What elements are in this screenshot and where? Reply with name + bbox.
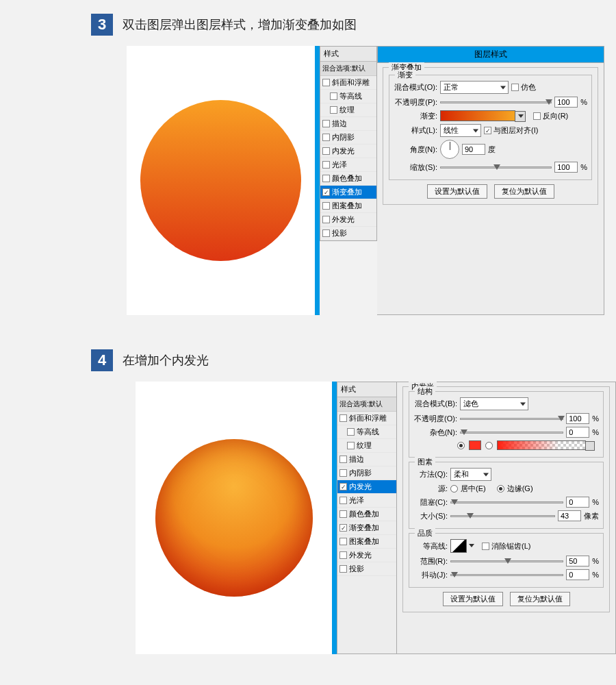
checkbox-icon[interactable] xyxy=(339,469,347,477)
style-item-contour[interactable]: 等高线 xyxy=(320,90,376,103)
checkbox-icon[interactable] xyxy=(322,79,330,86)
method-select[interactable]: 柔和 xyxy=(450,468,491,481)
blend-mode-row: 混合模式(B): 滤色 xyxy=(413,397,599,410)
checkbox-icon[interactable] xyxy=(339,497,347,504)
style-item-pattern-overlay[interactable]: 图案叠加 xyxy=(320,199,376,213)
preview-canvas-3 xyxy=(127,46,315,315)
checkbox-icon[interactable] xyxy=(339,565,347,573)
choke-input[interactable]: 0 xyxy=(566,497,589,508)
gradient-preview[interactable] xyxy=(497,440,586,450)
checkbox-icon xyxy=(511,84,519,91)
gradient-radio[interactable] xyxy=(485,442,493,449)
checkbox-icon[interactable] xyxy=(339,524,347,532)
scale-slider[interactable] xyxy=(440,166,552,169)
set-default-button[interactable]: 设置为默认值 xyxy=(427,184,487,199)
step-4-number: 4 xyxy=(91,349,113,371)
checkbox-icon[interactable] xyxy=(322,120,330,127)
style-item-satin[interactable]: 光泽 xyxy=(320,158,376,172)
opacity-slider[interactable] xyxy=(460,418,563,420)
styles-list: 样式 混合选项:默认 斜面和浮雕 等高线 纹理 描边 内阴影 内发光 光泽 颜色… xyxy=(320,46,377,241)
jitter-slider[interactable] xyxy=(450,574,563,576)
checkbox-icon[interactable] xyxy=(322,161,330,169)
range-input[interactable]: 50 xyxy=(566,556,589,566)
checkbox-icon[interactable] xyxy=(330,92,337,100)
checkbox-icon[interactable] xyxy=(339,483,347,490)
style-select[interactable]: 线性 xyxy=(440,124,481,137)
noise-slider[interactable] xyxy=(460,432,563,434)
align-checkbox[interactable]: 与图层对齐(I) xyxy=(484,125,538,136)
style-item-drop-shadow[interactable]: 投影 xyxy=(337,562,396,576)
color-swatch[interactable] xyxy=(469,440,481,450)
style-item-texture[interactable]: 纹理 xyxy=(337,439,396,453)
style-item-outer-glow[interactable]: 外发光 xyxy=(337,549,396,562)
gradient-circle xyxy=(140,100,301,261)
size-slider[interactable] xyxy=(450,515,555,517)
checkbox-icon[interactable] xyxy=(322,134,330,141)
style-item-texture[interactable]: 纹理 xyxy=(320,103,376,117)
angle-input[interactable]: 90 xyxy=(462,144,485,155)
style-item-stroke[interactable]: 描边 xyxy=(337,453,396,466)
blend-mode-select[interactable]: 滤色 xyxy=(460,397,528,410)
style-item-pattern-overlay[interactable]: 图案叠加 xyxy=(337,535,396,549)
contour-row: 等高线: 消除锯齿(L) xyxy=(413,539,599,553)
reverse-checkbox[interactable]: 反向(R) xyxy=(533,111,568,121)
angle-label: 角度(N): xyxy=(394,145,437,155)
checkbox-icon[interactable] xyxy=(322,216,330,223)
opacity-input[interactable]: 100 xyxy=(566,413,589,424)
style-item-color-overlay[interactable]: 颜色叠加 xyxy=(337,508,396,521)
scale-input[interactable]: 100 xyxy=(554,162,578,173)
checkbox-icon[interactable] xyxy=(339,551,347,559)
opacity-row: 不透明度(O): 100 % xyxy=(413,413,599,424)
style-item-outer-glow[interactable]: 外发光 xyxy=(320,213,376,227)
checkbox-icon[interactable] xyxy=(322,147,330,155)
opacity-input[interactable]: 100 xyxy=(554,97,578,108)
source-center-radio[interactable] xyxy=(450,485,458,493)
style-item-satin[interactable]: 光泽 xyxy=(337,494,396,508)
style-item-gradient-overlay[interactable]: 渐变叠加 xyxy=(320,186,376,199)
angle-dial[interactable] xyxy=(440,140,459,159)
opacity-slider[interactable] xyxy=(440,101,552,103)
size-input[interactable]: 43 xyxy=(558,510,581,521)
blend-options-row[interactable]: 混合选项:默认 xyxy=(337,397,396,412)
contour-swatch[interactable] xyxy=(450,539,467,553)
color-radio[interactable] xyxy=(457,442,465,449)
choke-slider[interactable] xyxy=(450,501,563,503)
set-default-button[interactable]: 设置为默认值 xyxy=(443,592,503,606)
range-slider[interactable] xyxy=(450,560,563,562)
style-item-inner-glow[interactable]: 内发光 xyxy=(337,480,396,494)
checkbox-icon[interactable] xyxy=(347,442,355,449)
checkbox-icon[interactable] xyxy=(339,510,347,518)
style-item-color-overlay[interactable]: 颜色叠加 xyxy=(320,172,376,186)
jitter-input[interactable]: 0 xyxy=(566,569,589,580)
checkbox-icon[interactable] xyxy=(339,538,347,545)
checkbox-icon[interactable] xyxy=(322,229,330,237)
style-item-drop-shadow[interactable]: 投影 xyxy=(320,227,376,240)
blend-options-row[interactable]: 混合选项:默认 xyxy=(320,62,376,76)
checkbox-icon[interactable] xyxy=(322,175,330,182)
blend-mode-select[interactable]: 正常 xyxy=(440,81,509,94)
source-edge-radio[interactable] xyxy=(497,485,504,493)
angle-row: 角度(N): 90 度 xyxy=(394,140,587,159)
contour-label: 等高线: xyxy=(413,541,448,551)
antialias-checkbox[interactable]: 消除锯齿(L) xyxy=(482,541,530,551)
style-item-bevel[interactable]: 斜面和浮雕 xyxy=(337,412,396,425)
dither-checkbox[interactable]: 仿色 xyxy=(511,82,536,92)
checkbox-icon[interactable] xyxy=(339,414,347,422)
checkbox-icon[interactable] xyxy=(347,428,355,436)
style-item-bevel[interactable]: 斜面和浮雕 xyxy=(320,76,376,90)
reset-default-button[interactable]: 复位为默认值 xyxy=(510,592,570,606)
checkbox-icon[interactable] xyxy=(322,202,330,210)
reset-default-button[interactable]: 复位为默认值 xyxy=(494,184,554,199)
checkbox-icon[interactable] xyxy=(330,106,337,114)
style-item-inner-glow[interactable]: 内发光 xyxy=(320,145,376,158)
step-3-content: 样式 混合选项:默认 斜面和浮雕 等高线 纹理 描边 内阴影 内发光 光泽 颜色… xyxy=(0,46,616,315)
style-item-inner-shadow[interactable]: 内阴影 xyxy=(320,131,376,145)
noise-input[interactable]: 0 xyxy=(566,427,589,438)
style-item-gradient-overlay[interactable]: 渐变叠加 xyxy=(337,521,396,535)
checkbox-icon[interactable] xyxy=(322,188,330,196)
style-item-stroke[interactable]: 描边 xyxy=(320,117,376,131)
gradient-swatch[interactable] xyxy=(440,110,515,121)
style-item-contour[interactable]: 等高线 xyxy=(337,425,396,439)
style-item-inner-shadow[interactable]: 内阴影 xyxy=(337,466,396,480)
checkbox-icon[interactable] xyxy=(339,456,347,463)
